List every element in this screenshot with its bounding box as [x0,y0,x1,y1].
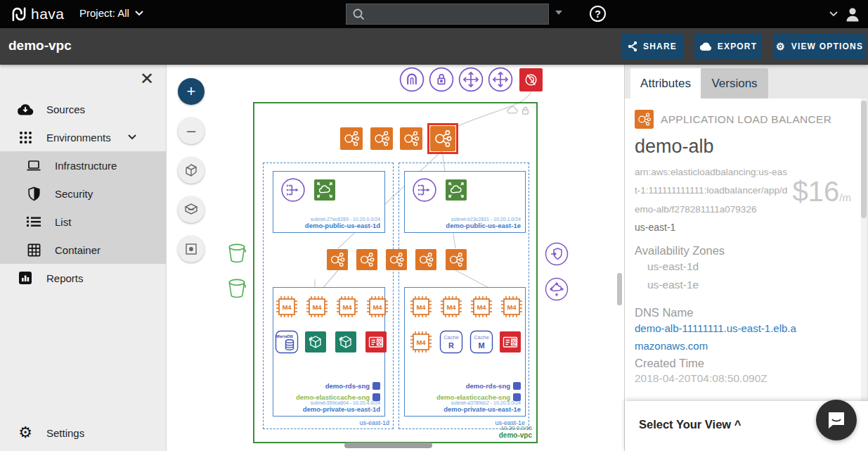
search-input[interactable] [369,8,543,20]
sidebar-item-security[interactable]: Security [0,179,166,208]
laptop-icon [25,160,42,172]
cloud-icon [699,42,712,51]
created-heading: Created Time [635,357,851,370]
route-table-icon[interactable] [412,177,437,203]
alb-node[interactable] [386,249,407,270]
alb-node[interactable] [370,127,393,150]
3d-view-button[interactable] [178,157,205,184]
subnet-public-1e[interactable]: subnet-b23c2831 - 10.20.1.0/24 demo-publ… [404,171,526,233]
user-avatar-icon[interactable] [843,5,862,23]
sidebar-item-sources[interactable]: Sources [0,95,166,123]
hava-logo[interactable]: hava [10,5,65,23]
tab-attributes[interactable]: Attributes [630,68,701,99]
select-view-button[interactable]: Select Your View ^ [639,418,741,431]
export-label: EXPORT [718,42,758,51]
svg-text:Cache: Cache [443,334,459,341]
sidebar-item-infrastructure[interactable]: Infrastructure [0,151,166,179]
cache-r-node[interactable]: CacheR [439,330,463,354]
alb-node[interactable] [340,127,363,150]
alb-node[interactable] [327,249,348,270]
tab-label: Attributes [640,77,691,91]
zoom-out-button[interactable]: – [178,117,205,144]
alb-node[interactable] [400,127,422,150]
network-expand-icon-2[interactable] [488,67,513,92]
sidebar-item-label: Sources [46,103,85,115]
ec2-m4-instance[interactable]: M4 [439,295,463,319]
svg-text:Cache: Cache [474,334,489,341]
zoom-in-button[interactable]: + [178,78,205,105]
mariadb-rds-instance[interactable]: MariaDB [275,330,299,354]
alb-node-selected[interactable] [430,126,455,151]
chat-button[interactable] [816,400,857,440]
panel-scrollbar[interactable] [861,101,867,218]
svg-text:M4: M4 [507,303,517,311]
cache-m-node[interactable]: CacheM [469,330,493,354]
search-box[interactable] [346,4,549,25]
svg-text:MariaDB: MariaDB [276,334,294,338]
elasticache-node[interactable] [335,331,356,352]
security-group-label: demo-rds-sng [325,382,380,390]
dns-link[interactable]: demo-alb-11111111.us-east-1.elb.amazonaw… [635,319,796,355]
license-card-node[interactable] [500,331,521,352]
shield-icon [25,186,42,201]
sidebar-close-icon[interactable]: ✕ [140,70,154,87]
s3-bucket-icon-2[interactable] [226,277,247,300]
tab-versions[interactable]: Versions [701,68,768,99]
alb-node[interactable] [356,249,377,270]
route-table-icon[interactable] [280,177,306,203]
help-icon[interactable]: ? [590,6,606,22]
sidebar-item-list[interactable]: List [0,208,166,236]
nat-gateway-icon[interactable] [314,179,335,201]
s3-bucket-icon[interactable] [226,242,247,265]
sidebar-item-label: Environments [46,132,111,144]
ec2-m4-instance[interactable]: M4 [500,295,524,319]
network-expand-icon[interactable] [458,67,484,92]
ec2-m4-instance[interactable]: M4 [409,330,433,354]
isometric-view-button[interactable] [178,196,205,223]
ec2-m4-instance[interactable]: M4 [469,295,493,319]
lock-security-icon[interactable] [429,67,454,92]
subnet-private-1d[interactable]: M4 M4 M4 M4 MariaDB d [273,287,385,417]
svg-text:M4: M4 [477,303,486,311]
export-button[interactable]: EXPORT [694,34,762,59]
ec2-m4-instance[interactable]: M4 [305,295,329,319]
bar-chart-icon [17,271,34,285]
sidebar-item-label: List [55,216,71,228]
subnet-public-1d[interactable]: subnet-27ec8289 - 10.20.0.0/24 demo-publ… [273,171,385,233]
ec2-m4-instance[interactable]: M4 [335,295,359,319]
security-group-label: demo-rds-sng [466,382,521,390]
sidebar-item-environments[interactable]: Environments [0,123,166,151]
shield-endpoint-icon[interactable] [545,242,569,266]
nat-gateway-icon[interactable] [446,179,467,201]
license-card-node[interactable] [365,331,387,352]
alb-node[interactable] [415,249,436,270]
resource-arn: arn:aws:elasticloadbalancing:us-east-1:1… [635,163,788,219]
ec2-m4-instance[interactable]: M4 [365,295,389,319]
ec2-m4-instance[interactable]: M4 [409,295,433,319]
svg-text:M: M [478,341,484,350]
elasticache-node[interactable] [305,331,326,352]
horizontal-scrollbar[interactable] [344,443,432,448]
cloud-transit-icon[interactable] [545,277,569,301]
vertical-scrollbar[interactable] [617,273,622,305]
svg-text:M4: M4 [342,303,352,311]
az-heading: Availability Zones [635,244,851,258]
project-selector[interactable]: Project: All [79,7,143,19]
ec2-m4-instance[interactable]: M4 [275,295,299,319]
search-dropdown-icon[interactable] [555,11,562,15]
account-chevron-icon[interactable] [829,11,838,17]
view-options-button[interactable]: ⚙ VIEW OPTIONS [773,34,866,59]
svg-text:M4: M4 [312,303,322,311]
attributes-panel: Attributes Versions APPLICATION LOAD BAL… [624,65,868,451]
subnet-private-1e[interactable]: M4 M4 M4 M4 M4 CacheR CacheM [404,287,526,417]
subnet-name: demo-public-us-east-1d [305,222,380,229]
share-button[interactable]: SHARE [621,34,683,59]
sidebar-item-container[interactable]: Container [0,236,166,264]
alb-node[interactable] [446,249,467,270]
fit-view-button[interactable] [178,236,205,262]
internet-gateway-icon[interactable] [399,67,425,92]
sidebar-item-reports[interactable]: Reports [0,264,166,292]
waf-icon-selected[interactable] [519,68,543,91]
sidebar-item-settings[interactable]: ⚙ Settings [0,419,166,447]
diagram-canvas[interactable]: + – [167,65,624,451]
